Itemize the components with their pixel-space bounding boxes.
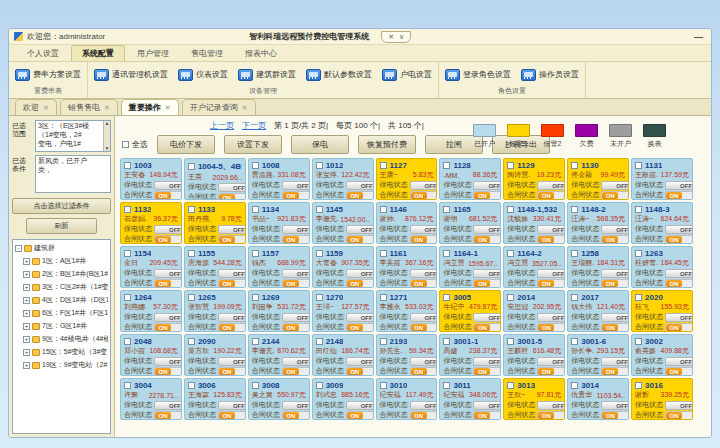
card-checkbox[interactable] (635, 162, 642, 169)
supply-toggle-off[interactable]: OFF (410, 313, 438, 322)
prev-page-link[interactable]: 上一页 (210, 120, 234, 131)
supply-toggle-off[interactable]: OFF (665, 181, 693, 190)
supply-toggle-off[interactable]: OFF (601, 181, 629, 190)
card-checkbox[interactable] (252, 250, 259, 257)
supply-toggle-off[interactable]: OFF (154, 225, 182, 234)
supply-toggle-off[interactable]: OFF (282, 181, 310, 190)
expand-node-icon[interactable]: + (23, 362, 30, 369)
ribbon-button[interactable]: 通讯管理机设置 (94, 69, 168, 81)
card-checkbox[interactable] (188, 294, 195, 301)
tree-item[interactable]: + 15区：5#变站（3#变… (15, 347, 108, 357)
switch-toggle-on[interactable]: ON (665, 191, 693, 200)
card-checkbox[interactable] (124, 338, 131, 345)
supply-toggle-off[interactable]: OFF (410, 269, 438, 278)
switch-toggle-on[interactable]: ON (665, 411, 693, 420)
meter-card[interactable]: 3008 吴之翼 550.97元 保电状态 OFF 合闸状态 ON (248, 378, 310, 420)
scroll-up-icon[interactable]: ▲ (105, 121, 110, 126)
meter-card[interactable]: 1128 -MM. 88.36元 保电状态 OFF 合闸状态 ON (439, 158, 501, 200)
ribbon-button[interactable]: 默认参数设置 (306, 69, 372, 81)
switch-toggle-on[interactable]: ON (601, 367, 629, 376)
supply-toggle-off[interactable]: OFF (346, 225, 374, 234)
meter-card[interactable]: 1131 王殿霞. 137.59元 保电状态 OFF 合闸状态 ON (631, 158, 693, 200)
card-checkbox[interactable] (635, 294, 642, 301)
supply-toggle-off[interactable]: OFF (601, 401, 629, 410)
supply-toggle-off[interactable]: OFF (154, 401, 182, 410)
switch-toggle-on[interactable]: ON (473, 323, 501, 332)
meter-card[interactable]: 3001-6 孙长争. 293.15元 保电状态 OFF 合闸状态 ON (567, 334, 629, 376)
supply-toggle-off[interactable]: OFF (154, 357, 182, 366)
meter-card[interactable]: 1148-1,532 沈毓姝 330.41元 保电状态 OFF 合闸状态 ON (503, 202, 565, 244)
meter-card[interactable]: 3009 刘武忠 885.16元 保电状态 OFF 合闸状态 ON (312, 378, 374, 420)
card-checkbox[interactable] (635, 250, 642, 257)
supply-toggle-off[interactable]: OFF (218, 269, 246, 278)
card-checkbox[interactable] (380, 338, 387, 345)
meter-card[interactable]: 3010 纪安福. 117.49元 保电状态 OFF 合闸状态 ON (376, 378, 438, 420)
menu-tab[interactable]: 个人设置 (17, 46, 69, 61)
switch-toggle-on[interactable]: ON (601, 191, 629, 200)
switch-toggle-on[interactable]: ON (154, 279, 182, 288)
expand-node-icon[interactable]: + (23, 349, 30, 356)
supply-toggle-off[interactable]: OFF (473, 401, 501, 410)
supply-toggle-off[interactable]: OFF (154, 269, 182, 278)
window-controls[interactable]: ✕ ∨ (381, 31, 411, 43)
meter-card[interactable]: 3001-5 王麒程 616.48元 保电状态 OFF 合闸状态 ON (503, 334, 565, 376)
switch-toggle-on[interactable]: ON (537, 191, 565, 200)
select-all-checkbox[interactable] (122, 141, 129, 148)
meter-card[interactable]: 3014 仇贵华 1103.54.. 保电状态 OFF 合闸状态 ON (567, 378, 629, 420)
switch-toggle-on[interactable]: ON (473, 411, 501, 420)
switch-toggle-on[interactable]: ON (154, 191, 182, 200)
toolbar-button[interactable]: 设置下发 (224, 135, 282, 154)
chevron-down-icon[interactable]: ∨ (399, 33, 404, 41)
supply-toggle-off[interactable]: OFF (537, 401, 565, 410)
supply-toggle-off[interactable]: OFF (665, 225, 693, 234)
meter-card[interactable]: 3011 纪安福 348.06元 保电状态 OFF 合闸状态 ON (439, 378, 501, 420)
card-checkbox[interactable] (507, 338, 514, 345)
card-checkbox[interactable] (124, 382, 131, 389)
menu-tab[interactable]: 报表中心 (235, 46, 287, 61)
supply-toggle-off[interactable]: OFF (537, 357, 565, 366)
switch-toggle-on[interactable]: ON (154, 235, 182, 244)
supply-toggle-off[interactable]: OFF (665, 313, 693, 322)
supply-toggle-off[interactable]: OFF (410, 401, 438, 410)
supply-toggle-off[interactable]: OFF (665, 357, 693, 366)
supply-toggle-off[interactable]: OFF (601, 225, 629, 234)
meter-card[interactable]: 1145 李珊先. 1542.00.. 保电状态 OFF 合闸状态 ON (312, 202, 374, 244)
card-checkbox[interactable] (380, 162, 387, 169)
card-checkbox[interactable] (443, 382, 450, 389)
meter-card[interactable]: 2144 李珊先. 870.62元 保电状态 OFF 合闸状态 ON (248, 334, 310, 376)
tree-item[interactable]: + 4区：D区1#井（D区1… (15, 295, 108, 305)
select-all[interactable]: 全选 (122, 139, 148, 150)
switch-toggle-on[interactable]: ON (218, 323, 246, 332)
card-checkbox[interactable] (571, 250, 578, 257)
supply-toggle-off[interactable]: OFF (665, 269, 693, 278)
supply-toggle-off[interactable]: OFF (218, 313, 246, 322)
card-checkbox[interactable] (124, 206, 131, 213)
switch-toggle-on[interactable]: ON (410, 191, 438, 200)
meter-card[interactable]: 1148-2 汪涛~ 568.35元 保电状态 OFF 合闸状态 ON (567, 202, 629, 244)
close-icon[interactable]: ✕ (165, 104, 171, 112)
switch-toggle-on[interactable]: ON (537, 323, 565, 332)
meter-card[interactable]: 2148 田红仙 186.74元 保电状态 OFF 合闸状态 ON (312, 334, 374, 376)
document-tab[interactable]: 欢迎 ✕ (15, 99, 57, 115)
switch-toggle-on[interactable]: ON (282, 235, 310, 244)
supply-toggle-off[interactable]: OFF (473, 313, 501, 322)
card-checkbox[interactable] (380, 382, 387, 389)
supply-toggle-off[interactable]: OFF (218, 401, 246, 410)
switch-toggle-on[interactable]: ON (282, 323, 310, 332)
supply-toggle-off[interactable]: OFF (282, 225, 310, 234)
switch-toggle-on[interactable]: ON (154, 367, 182, 376)
meter-card[interactable]: 3013 王欣~ 97.81元 保电状态 OFF 合闸状态 ON (503, 378, 565, 420)
supply-toggle-off[interactable]: OFF (282, 313, 310, 322)
switch-toggle-on[interactable]: ON (473, 191, 501, 200)
switch-toggle-on[interactable]: ON (282, 279, 310, 288)
switch-toggle-on[interactable]: ON (282, 191, 310, 200)
switch-toggle-on[interactable]: ON (218, 367, 246, 376)
menu-tab[interactable]: 售电管理 (181, 46, 233, 61)
card-checkbox[interactable] (443, 250, 450, 257)
meter-card[interactable]: 1148-3 汪涛~ 624.64元 保电状态 OFF 合闸状态 ON (631, 202, 693, 244)
expand-node-icon[interactable]: + (23, 284, 30, 291)
switch-toggle-on[interactable]: ON (218, 235, 246, 244)
meter-card[interactable]: 3016 谢辉 339.25元 保电状态 OFF 合闸状态 ON (631, 378, 693, 420)
meter-card[interactable]: 1004-5、4B一 王英 2029.66.. 保电状态 OFF 合闸状态 ON (184, 158, 246, 200)
card-checkbox[interactable] (507, 162, 514, 169)
